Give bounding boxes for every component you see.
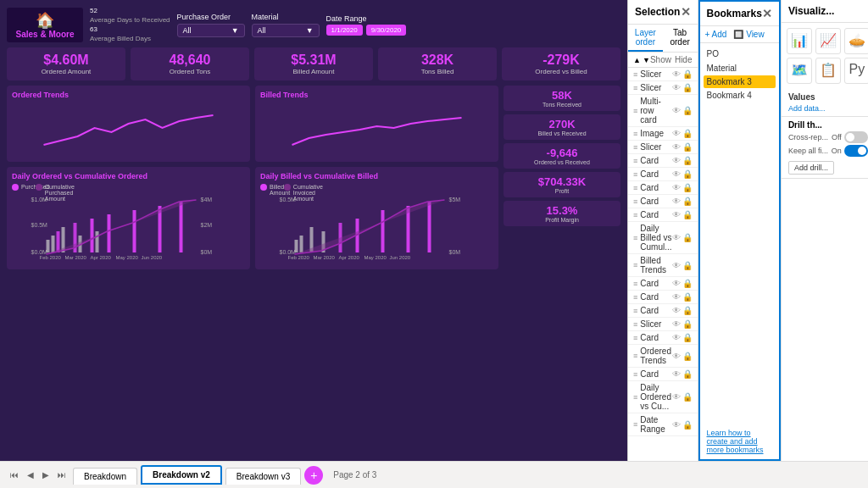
cross-rep-toggle[interactable]	[844, 131, 868, 143]
layer-item[interactable]: ≡ Daily Ordered vs Cu... 👁 🔒	[628, 381, 698, 413]
eye-icon[interactable]: 👁	[672, 142, 681, 152]
lock-icon[interactable]: 🔒	[682, 369, 693, 379]
date-from[interactable]: 1/1/2020	[326, 25, 363, 36]
nav-next-button[interactable]: ▶	[39, 469, 53, 481]
layer-item[interactable]: ≡ Image 👁 🔒	[628, 127, 698, 141]
lock-icon[interactable]: 🔒	[682, 233, 693, 242]
lock-icon[interactable]: 🔒	[682, 210, 693, 219]
viz-header: Visualiz...	[782, 0, 868, 23]
bookmark-item[interactable]: PO	[700, 47, 779, 61]
layer-item[interactable]: ≡ Slicer 👁 🔒	[628, 318, 698, 331]
eye-icon[interactable]: 👁	[672, 183, 681, 192]
sort-up-icon[interactable]: ▲	[633, 56, 641, 64]
eye-icon[interactable]: 👁	[672, 69, 681, 79]
tab-tab-order[interactable]: Tab order	[663, 25, 698, 52]
eye-icon[interactable]: 👁	[672, 333, 681, 342]
lock-icon[interactable]: 🔒	[682, 392, 693, 402]
lock-icon[interactable]: 🔒	[682, 279, 693, 288]
material-dropdown[interactable]: All ▼	[252, 24, 320, 37]
viz-icon-pie[interactable]: 🥧	[844, 28, 868, 54]
layer-item[interactable]: ≡ Daily Billed vs Cumul... 👁 🔒	[628, 222, 698, 254]
eye-icon[interactable]: 👁	[672, 369, 681, 379]
layer-item[interactable]: ≡ Card 👁 🔒	[628, 368, 698, 381]
eye-icon[interactable]: 👁	[672, 83, 681, 92]
nav-last-button[interactable]: ⏭	[54, 469, 70, 481]
lock-icon[interactable]: 🔒	[682, 169, 693, 179]
eye-icon[interactable]: 👁	[672, 169, 681, 179]
viz-icon-line[interactable]: 📈	[815, 28, 841, 54]
bookmark-add-button[interactable]: + Add	[705, 30, 727, 39]
add-data-link[interactable]: Add data...	[788, 104, 868, 113]
eye-icon[interactable]: 👁	[672, 129, 681, 138]
layer-item[interactable]: ≡ Card 👁 🔒	[628, 208, 698, 222]
lock-icon[interactable]: 🔒	[682, 83, 693, 92]
lock-icon[interactable]: 🔒	[682, 142, 693, 152]
layer-item[interactable]: ≡ Ordered Trends 👁 🔒	[628, 345, 698, 368]
layer-item[interactable]: ≡ Card 👁 🔒	[628, 195, 698, 208]
page-tab-breakdown[interactable]: Breakdown	[73, 468, 137, 485]
eye-icon[interactable]: 👁	[672, 106, 681, 115]
layer-item[interactable]: ≡ Billed Trends 👁 🔒	[628, 254, 698, 277]
lock-icon[interactable]: 🔒	[682, 106, 693, 115]
bookmark-item[interactable]: Material	[700, 61, 779, 75]
lock-icon[interactable]: 🔒	[682, 69, 693, 79]
eye-icon[interactable]: 👁	[672, 233, 681, 242]
lock-icon[interactable]: 🔒	[682, 197, 693, 206]
lock-icon[interactable]: 🔒	[682, 333, 693, 342]
eye-icon[interactable]: 👁	[672, 319, 681, 329]
lock-icon[interactable]: 🔒	[682, 292, 693, 302]
lock-icon[interactable]: 🔒	[682, 306, 693, 315]
viz-icon-bar[interactable]: 📊	[787, 28, 812, 54]
layer-item[interactable]: ≡ Card 👁 🔒	[628, 168, 698, 181]
layer-item-left: ≡ Card	[633, 279, 659, 288]
layer-item[interactable]: ≡ Card 👁 🔒	[628, 291, 698, 304]
bookmark-item[interactable]: Bookmark 3	[704, 75, 776, 88]
keep-all-toggle[interactable]	[844, 145, 868, 157]
layer-item[interactable]: ≡ Card 👁 🔒	[628, 277, 698, 291]
viz-icon-map[interactable]: 🗺️	[787, 58, 812, 84]
add-drill-button[interactable]: Add drill...	[788, 161, 834, 175]
eye-icon[interactable]: 👁	[672, 210, 681, 219]
viz-icon-more[interactable]: Py	[844, 58, 868, 84]
lock-icon[interactable]: 🔒	[682, 261, 693, 270]
learn-link[interactable]: Learn how to create and add more bookmar…	[700, 424, 779, 459]
date-to[interactable]: 9/30/2020	[366, 25, 407, 36]
layer-item[interactable]: ≡ Card 👁 🔒	[628, 304, 698, 318]
bookmarks-close-button[interactable]: ✕	[762, 7, 772, 20]
lock-icon[interactable]: 🔒	[682, 352, 693, 361]
layer-item[interactable]: ≡ Card 👁 🔒	[628, 331, 698, 345]
lock-icon[interactable]: 🔒	[682, 319, 693, 329]
layer-item[interactable]: ≡ Slicer 👁 🔒	[628, 68, 698, 81]
add-page-button[interactable]: +	[304, 466, 323, 485]
selection-close-button[interactable]: ✕	[681, 5, 691, 19]
layer-item[interactable]: ≡ Multi-row card 👁 🔒	[628, 95, 698, 127]
page-tab-breakdown-v3[interactable]: Breakdown v3	[225, 468, 301, 485]
eye-icon[interactable]: 👁	[672, 392, 681, 402]
sort-down-icon[interactable]: ▼	[643, 56, 650, 64]
eye-icon[interactable]: 👁	[672, 261, 681, 270]
eye-icon[interactable]: 👁	[672, 420, 681, 430]
eye-icon[interactable]: 👁	[672, 279, 681, 288]
lock-icon[interactable]: 🔒	[682, 420, 693, 430]
nav-prev-button[interactable]: ◀	[24, 469, 37, 481]
bookmark-view-button[interactable]: 🔲 View	[733, 30, 764, 39]
layer-item[interactable]: ≡ Slicer 👁 🔒	[628, 141, 698, 154]
nav-first-button[interactable]: ⏮	[7, 469, 22, 481]
layer-item[interactable]: ≡ Card 👁 🔒	[628, 154, 698, 168]
layer-item[interactable]: ≡ Date Range 👁 🔒	[628, 413, 698, 436]
page-tab-breakdown-v2[interactable]: Breakdown v2	[141, 465, 222, 485]
bookmark-item[interactable]: Bookmark 4	[700, 88, 779, 103]
lock-icon[interactable]: 🔒	[682, 129, 693, 138]
lock-icon[interactable]: 🔒	[682, 183, 693, 192]
eye-icon[interactable]: 👁	[672, 352, 681, 361]
viz-icon-table[interactable]: 📋	[815, 58, 841, 84]
eye-icon[interactable]: 👁	[672, 306, 681, 315]
eye-icon[interactable]: 👁	[672, 292, 681, 302]
layer-item[interactable]: ≡ Slicer 👁 🔒	[628, 81, 698, 95]
eye-icon[interactable]: 👁	[672, 197, 681, 206]
layer-item[interactable]: ≡ Card 👁 🔒	[628, 181, 698, 195]
po-dropdown[interactable]: All ▼	[177, 24, 245, 37]
eye-icon[interactable]: 👁	[672, 156, 681, 165]
lock-icon[interactable]: 🔒	[682, 156, 693, 165]
tab-layer-order[interactable]: Layer order	[628, 25, 663, 52]
